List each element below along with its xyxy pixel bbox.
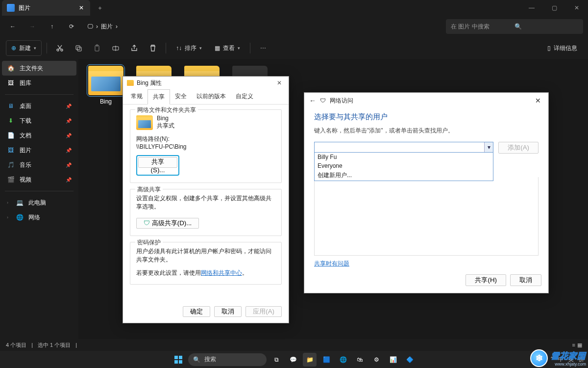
sidebar-item-home[interactable]: 🏠主文件夹 (2, 61, 76, 76)
group-title: 高级共享 (135, 185, 163, 194)
svg-rect-8 (179, 360, 182, 364)
sidebar-label: 此电脑 (28, 199, 46, 207)
user-input[interactable] (314, 142, 493, 153)
breadcrumb[interactable]: 🖵 › 图片 › (83, 23, 122, 31)
taskbar-app[interactable]: 📊 (386, 353, 400, 367)
minimize-button[interactable]: — (520, 0, 543, 16)
help-link-row: 共享时有问题 (314, 260, 539, 268)
new-tab-button[interactable]: ＋ (93, 1, 107, 15)
taskbar-app[interactable]: 🔷 (403, 353, 416, 367)
share-button[interactable]: 共享(H) (466, 274, 506, 286)
maximize-button[interactable]: ▢ (543, 0, 565, 16)
search-label: 搜索 (204, 355, 216, 364)
netpath-label: 网络路径(N): (136, 135, 275, 143)
view-label: 查看 (223, 44, 235, 53)
view-button[interactable]: ▦ 查看 ▾ (210, 40, 245, 56)
dropdown-option[interactable]: Everyone (315, 161, 493, 170)
taskbar: 🔍搜索 ⧉ 💬 📁 🟦 🌐 🛍 ⚙ 📊 🔷 ˄ 中 英 拼 (0, 351, 588, 368)
tab-close-icon[interactable]: ✕ (77, 4, 85, 12)
dropdown-button[interactable]: ▾ (484, 142, 493, 152)
chevron-down-icon: ▾ (238, 46, 240, 51)
sidebar-item-pictures[interactable]: 🖼图片📌 (2, 143, 76, 158)
dialog-instruction: 键入名称，然后单击"添加"，或者单击箭头查找用户。 (314, 127, 539, 135)
taskbar-app[interactable]: 💬 (286, 353, 300, 367)
sidebar-item-videos[interactable]: 🎬视频📌 (2, 172, 76, 187)
share-button[interactable]: 共享(S)... (138, 157, 177, 168)
close-button[interactable]: ✕ (565, 0, 588, 16)
group-advanced-share: 高级共享 设置自定义权限，创建多个共享，并设置其他高级共享选项。 🛡 高级共享(… (130, 189, 282, 236)
tab-versions[interactable]: 以前的版本 (192, 89, 231, 104)
users-list[interactable] (314, 177, 539, 256)
sidebar-label: 音乐 (20, 161, 31, 169)
new-button[interactable]: ⊕ 新建 ▾ (6, 40, 42, 56)
tab-pictures[interactable]: 图片 ✕ (2, 0, 90, 16)
help-link[interactable]: 共享时有问题 (314, 260, 349, 267)
sidebar-item-network[interactable]: ›🌐网络 (2, 210, 76, 225)
chevron-down-icon: ▾ (199, 46, 202, 51)
tab-general[interactable]: 常规 (126, 89, 147, 104)
properties-dialog: Bing 属性 ✕ 常规 共享 安全 以前的版本 自定义 网络文件和文件夹共享 … (122, 76, 289, 323)
rename-button[interactable] (108, 40, 123, 56)
sidebar-item-music[interactable]: 🎵音乐📌 (2, 158, 76, 172)
taskbar-store[interactable]: 🛍 (353, 353, 367, 367)
cut-button[interactable] (52, 40, 68, 56)
tab-share[interactable]: 共享 (147, 89, 170, 105)
folder-bing[interactable]: Bing (85, 66, 126, 105)
delete-button[interactable] (145, 40, 161, 56)
sidebar-label: 图库 (20, 79, 31, 87)
dialog-titlebar[interactable]: ← 🛡 网络访问 ✕ (304, 93, 548, 108)
search-input[interactable]: 在 图片 中搜索 🔍 (446, 19, 583, 34)
add-button[interactable]: 添加(A) (498, 142, 539, 154)
pin-icon: 📌 (66, 133, 72, 138)
sort-button[interactable]: ↑↓ 排序 ▾ (171, 40, 207, 56)
group-network-share: 网络文件和文件夹共享 Bing 共享式 网络路径(N): \\BILLYFU-P… (130, 109, 282, 183)
sidebar-item-gallery[interactable]: 🖼图库 (2, 76, 76, 90)
tab-custom[interactable]: 自定义 (231, 89, 258, 104)
share-button[interactable] (126, 40, 142, 56)
details-pane-button[interactable]: ▯ 详细信息 (542, 40, 582, 56)
taskbar-edge[interactable]: 🌐 (336, 353, 350, 367)
network-center-link[interactable]: 网络和共享中心 (201, 269, 242, 276)
start-button[interactable] (172, 353, 185, 367)
more-button[interactable]: ⋯ (255, 40, 271, 56)
grid-view-button[interactable]: ▦ (577, 342, 582, 348)
refresh-button[interactable]: ⟳ (64, 19, 79, 34)
dialog-heading: 选择要与其共享的用户 (314, 112, 539, 122)
selection-count: 选中 1 个项目 (38, 342, 71, 349)
taskbar-app[interactable]: ⚙ (369, 353, 383, 367)
cancel-button[interactable]: 取消 (214, 306, 242, 317)
cancel-button[interactable]: 取消 (510, 274, 541, 286)
close-button[interactable]: ✕ (533, 97, 543, 105)
copy-button[interactable] (71, 40, 86, 56)
details-label: 详细信息 (554, 44, 577, 53)
sidebar-item-downloads[interactable]: ⬇下载📌 (2, 113, 76, 128)
dialog-titlebar[interactable]: Bing 属性 ✕ (123, 77, 289, 89)
breadcrumb-item[interactable]: 图片 (101, 23, 113, 31)
taskbar-explorer[interactable]: 📁 (303, 353, 317, 367)
close-button[interactable]: ✕ (274, 79, 285, 86)
separator (47, 43, 47, 53)
taskbar-search[interactable]: 🔍搜索 (188, 353, 267, 366)
dropdown-option[interactable]: 创建新用户... (315, 170, 493, 181)
sidebar-item-documents[interactable]: 📄文档📌 (2, 128, 76, 143)
ok-button[interactable]: 确定 (183, 306, 210, 317)
back-button[interactable]: ← (309, 97, 316, 105)
sidebar-item-desktop[interactable]: 🖥桌面📌 (2, 99, 76, 113)
up-button[interactable]: ↑ (44, 19, 60, 34)
sidebar-label: 文档 (20, 131, 31, 140)
advanced-share-button[interactable]: 🛡 高级共享(D)... (136, 218, 199, 229)
tab-security[interactable]: 安全 (170, 89, 192, 104)
forward-button[interactable]: → (24, 19, 40, 34)
pin-icon: 📌 (66, 177, 72, 183)
dropdown-option[interactable]: Billy Fu (315, 153, 493, 161)
paste-button[interactable] (89, 40, 105, 56)
shield-icon: 🛡 (144, 219, 150, 227)
group-title: 网络文件和文件夹共享 (135, 106, 198, 114)
back-button[interactable]: ← (5, 19, 21, 34)
sidebar-item-thispc[interactable]: ›💻此电脑 (2, 195, 76, 210)
apply-button[interactable]: 应用(A) (245, 306, 282, 317)
sidebar-label: 桌面 (20, 102, 31, 110)
task-view-button[interactable]: ⧉ (270, 353, 283, 367)
taskbar-app[interactable]: 🟦 (319, 353, 333, 367)
list-view-button[interactable]: ≡ (572, 342, 575, 348)
